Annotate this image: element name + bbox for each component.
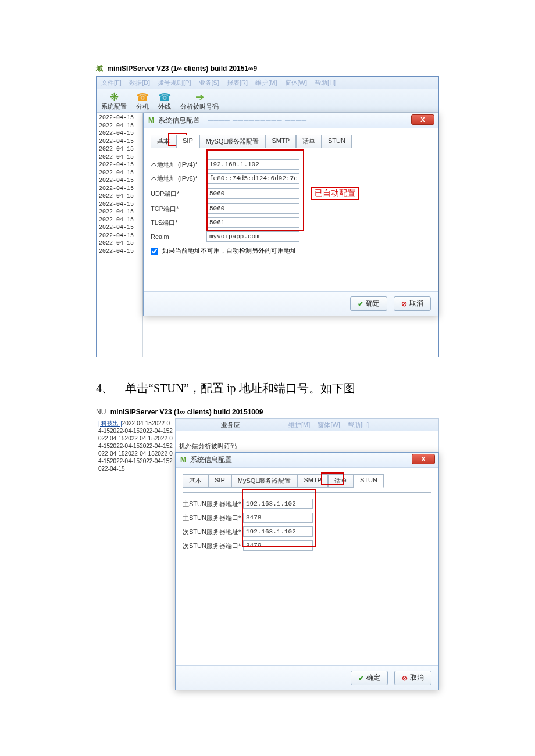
dialog-title-sub: ──── ───────── ──── <box>208 116 307 124</box>
menu-help[interactable]: 帮助[H] <box>315 79 336 86</box>
udp-input[interactable] <box>206 188 299 199</box>
app-title-text-1: miniSIPServer V23 (1∞ clients) build 201… <box>107 65 257 73</box>
no-icon-2: ⊘ <box>402 674 408 682</box>
timestamp-row: 2022-04-15 <box>99 224 140 232</box>
main-stun-addr-label: 主STUN服务器地址* <box>183 500 243 508</box>
tls-input[interactable] <box>206 217 299 228</box>
main-stun-port-input[interactable] <box>243 513 313 523</box>
step-4-instruction: 4、 单击“STUN”，配置 ip 地址和端口号。如下图 <box>96 381 439 396</box>
dialog-title-icon-2: M <box>180 456 186 464</box>
timestamp-row: 2022-04-15 <box>99 177 140 185</box>
tab-cdr-2[interactable]: 话单 <box>328 474 354 488</box>
cancel-button-1[interactable]: ⊘ 取消 <box>394 296 431 311</box>
timestamp-row: 2022-04-15 <box>99 153 140 162</box>
trunk-button[interactable]: ☎ 外线 <box>158 92 171 111</box>
tab-cdr[interactable]: 话单 <box>296 135 322 148</box>
timestamp-row: 2022-04-15 <box>99 138 140 146</box>
app-title-2: NU miniSIPServer V23 (1∞ clients) build … <box>96 408 439 416</box>
app-title-1: 域 miniSIPServer V23 (1∞ clients) build 2… <box>96 64 439 74</box>
extension-button[interactable]: ☎ 分机 <box>136 92 149 111</box>
trunk-icon: ☎ <box>158 92 171 102</box>
timestamp-row: 2022-04-15 <box>99 145 140 153</box>
tab-stun-2[interactable]: STUN <box>354 474 384 488</box>
timestamp-row: 2022-04-15 <box>99 130 140 138</box>
tab-sip-2[interactable]: SIP <box>208 474 231 488</box>
no-icon: ⊘ <box>401 300 407 308</box>
cancel-label-2: 取消 <box>410 673 424 683</box>
tcp-input[interactable] <box>206 203 299 214</box>
extension-label: 分机 <box>136 102 149 111</box>
ipv6-label: 本地地址 (IPv6)* <box>151 174 206 183</box>
menubar-1: 文件[F] 数据[D] 拨号规则[P] 业务[S] 报表[R] 维护[M] 窗体… <box>97 77 438 89</box>
timestamp-row: 2022-04-15 <box>99 248 140 256</box>
timestamp-row: 2022-04-15 <box>99 216 140 224</box>
timestamp-column-1: 2022-04-152022-04-152022-04-152022-04-15… <box>97 113 143 357</box>
sysconfig-button[interactable]: ❋ 系统配置 <box>101 92 127 111</box>
dialog-title-sub-2: ──── ───────── ──── <box>240 456 339 464</box>
ok-button-2[interactable]: ✔ 确定 <box>351 671 388 685</box>
realm-input[interactable] <box>206 231 299 242</box>
extension-icon: ☎ <box>136 92 149 102</box>
menu-file[interactable]: 文件[F] <box>101 79 122 86</box>
tab-mysql-2[interactable]: MySQL服务器配置 <box>231 474 298 488</box>
check-icon: ✔ <box>358 300 363 308</box>
nu-prefix: NU <box>96 408 106 416</box>
timestamp-row: 2022-04-15 <box>99 114 140 122</box>
tab-smtp[interactable]: SMTP <box>265 135 296 148</box>
timestamp-row: 2022-04-15 <box>99 185 140 193</box>
menu-window-2[interactable]: 窗体[W] <box>318 421 340 428</box>
menu-maintain-2[interactable]: 维护[M] <box>288 421 310 428</box>
timestamp-row: 2022-04-15 <box>99 239 140 248</box>
dialog-titlebar-2: M 系统信息配置 ──── ───────── ──── X <box>176 453 438 468</box>
main-stun-port-label: 主STUN服务器端口* <box>183 514 243 522</box>
ipv4-input[interactable] <box>206 159 299 170</box>
menu-maintain[interactable]: 维护[M] <box>255 79 277 86</box>
sec-stun-addr-input[interactable] <box>243 526 313 537</box>
menu-report[interactable]: 报表[R] <box>227 79 248 86</box>
tab-smtp-2[interactable]: SMTP <box>297 474 328 488</box>
tech-link[interactable]: | 科技出 | <box>98 420 122 427</box>
dialog-title-text-1: 系统信息配置 <box>158 116 200 124</box>
tab-stun[interactable]: STUN <box>322 135 352 148</box>
dialog-titlebar-1: M 系统信息配置 ──── ───────── ──── X <box>144 113 438 128</box>
menu-data[interactable]: 数据[D] <box>129 79 150 86</box>
ipv6-input[interactable] <box>206 173 299 184</box>
tab-basic-2[interactable]: 基本 <box>183 474 208 488</box>
left-info-column: | 科技出 |2022-04-152022-04-152022-04-15202… <box>96 418 175 690</box>
timestamp-row: 2022-04-15 <box>99 200 140 209</box>
trunk-label: 外线 <box>158 102 171 111</box>
realm-label: Realm <box>151 233 206 240</box>
tcp-label: TCP端口* <box>151 205 206 213</box>
tab-strip-1: 基本 SIP MySQL服务器配置 SMTP 话单 STUN <box>151 134 431 148</box>
analyze-button[interactable]: ➔ 分析被叫号码 <box>180 92 219 111</box>
menu-dial[interactable]: 拨号规则[P] <box>158 79 191 86</box>
tls-label: TLS端口* <box>151 218 206 227</box>
ok-button-1[interactable]: ✔ 确定 <box>350 296 387 311</box>
main-stun-addr-input[interactable] <box>243 499 313 509</box>
cancel-button-2[interactable]: ⊘ 取消 <box>394 671 431 685</box>
close-button-1[interactable]: X <box>411 114 434 125</box>
menu-window[interactable]: 窗体[W] <box>285 79 308 86</box>
title-prefix-icon: 域 <box>96 65 103 73</box>
close-button-2[interactable]: X <box>412 454 435 464</box>
sec-stun-port-input[interactable] <box>243 540 313 551</box>
tab-sip[interactable]: SIP <box>176 135 199 148</box>
midtext-2: 机外媒分析被叫诗码 <box>175 431 439 452</box>
auto-config-highlight: 已自动配置 <box>311 187 359 200</box>
sec-stun-port-label: 次STUN服务器端口* <box>183 542 243 550</box>
auto-detect-checkbox[interactable] <box>151 248 158 255</box>
cancel-label-1: 取消 <box>409 299 423 309</box>
timestamp-row: 2022-04-15 <box>99 122 140 130</box>
ipv4-label: 本地地址 (IPv4)* <box>151 160 206 169</box>
sysconfig-label: 系统配置 <box>101 102 127 111</box>
menu-biz-2[interactable]: 业务应 <box>221 421 240 428</box>
udp-label: UDP端口* <box>151 189 206 198</box>
app-window-1: 文件[F] 数据[D] 拨号规则[P] 业务[S] 报表[R] 维护[M] 窗体… <box>96 76 439 357</box>
tab-mysql[interactable]: MySQL服务器配置 <box>199 135 266 148</box>
tab-basic[interactable]: 基本 <box>151 135 176 148</box>
ts-block-2: 2022-04-152022-04-152022-04-152022-04-15… <box>98 420 173 472</box>
menu-service[interactable]: 业务[S] <box>199 79 219 86</box>
timestamp-row: 2022-04-15 <box>99 208 140 216</box>
menu-help-2[interactable]: 帮助[H] <box>348 421 369 428</box>
timestamp-row: 2022-04-15 <box>99 161 140 169</box>
